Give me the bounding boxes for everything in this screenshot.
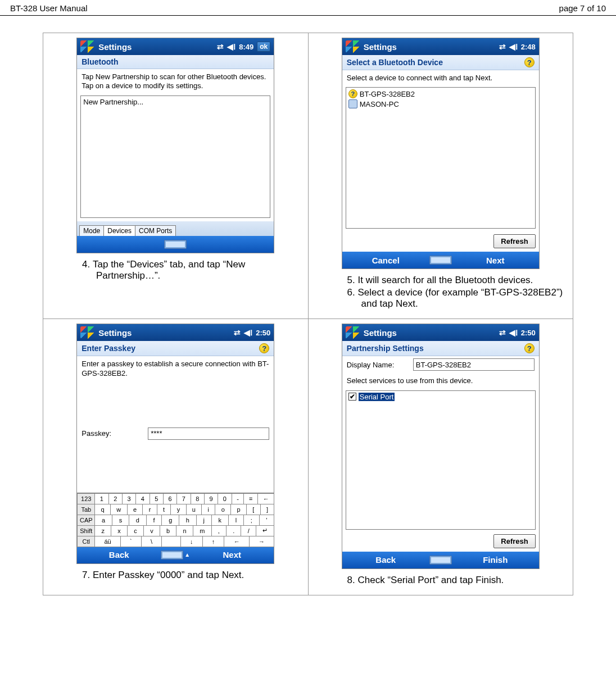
on-screen-keyboard[interactable]: 1231234567890-=← Tabqwertyuiop[] CAPasdf… xyxy=(77,493,274,547)
volume-icon[interactable]: ◀⁞ xyxy=(227,42,235,51)
osk-key[interactable]: p xyxy=(230,504,247,515)
refresh-button[interactable]: Refresh xyxy=(493,234,535,248)
osk-key[interactable]: i xyxy=(201,504,215,515)
volume-icon[interactable]: ◀⁞ xyxy=(244,328,252,337)
osk-key[interactable]: [ xyxy=(246,504,261,515)
partnerships-listbox[interactable]: New Partnership... xyxy=(80,95,270,218)
tab-mode[interactable]: Mode xyxy=(79,225,104,236)
next-softkey[interactable]: Next xyxy=(452,256,539,265)
help-icon[interactable]: ? xyxy=(524,57,535,67)
osk-key[interactable]: / xyxy=(241,525,256,536)
osk-key[interactable]: w xyxy=(110,504,128,515)
tab-com-ports[interactable]: COM Ports xyxy=(135,225,176,236)
start-icon[interactable] xyxy=(80,40,95,53)
volume-icon[interactable]: ◀⁞ xyxy=(509,42,518,51)
start-icon[interactable] xyxy=(346,40,360,53)
osk-key[interactable]: r xyxy=(142,504,157,515)
back-softkey[interactable]: Back xyxy=(342,555,429,565)
next-softkey[interactable]: Next xyxy=(190,550,274,559)
ok-button[interactable]: ok xyxy=(257,42,270,52)
osk-key[interactable]: ↓ xyxy=(180,536,203,547)
help-icon[interactable]: ? xyxy=(259,343,269,353)
keyboard-icon[interactable] xyxy=(164,240,187,249)
help-icon[interactable]: ? xyxy=(524,343,535,353)
osk-key[interactable]: 3 xyxy=(122,493,136,504)
osk-key[interactable]: \ xyxy=(141,536,162,547)
osk-key[interactable]: k xyxy=(211,515,229,526)
start-icon[interactable] xyxy=(346,326,360,339)
device-item-pc[interactable]: MASON-PC xyxy=(348,99,533,109)
serial-port-checkbox[interactable]: ✔ xyxy=(348,393,356,401)
osk-key[interactable]: ↵ xyxy=(256,525,274,536)
osk-key[interactable]: l xyxy=(228,515,244,526)
osk-key[interactable]: CAP xyxy=(77,515,95,526)
osk-key[interactable]: x xyxy=(111,525,128,536)
osk-key[interactable]: d xyxy=(129,515,147,526)
osk-key[interactable]: c xyxy=(127,525,144,536)
display-name-input[interactable] xyxy=(413,358,535,371)
osk-key[interactable]: 8 xyxy=(191,493,205,504)
osk-key[interactable]: b xyxy=(160,525,177,536)
osk-key[interactable]: j xyxy=(196,515,212,526)
service-serial-port[interactable]: ✔ Serial Port xyxy=(348,393,533,401)
osk-key[interactable] xyxy=(161,536,180,547)
osk-key[interactable]: 5 xyxy=(150,493,164,504)
osk-key[interactable]: 4 xyxy=(135,493,150,504)
start-icon[interactable] xyxy=(80,326,95,339)
osk-key[interactable]: ← xyxy=(257,493,274,504)
device-item-gps[interactable]: ? BT-GPS-328EB2 xyxy=(348,89,533,99)
osk-key[interactable]: e xyxy=(127,504,143,515)
keyboard-icon[interactable] xyxy=(429,256,452,265)
osk-key[interactable]: t xyxy=(157,504,171,515)
osk-key[interactable]: - xyxy=(232,493,244,504)
connectivity-icon[interactable]: ⇄ xyxy=(234,328,241,337)
osk-key[interactable]: 9 xyxy=(204,493,218,504)
osk-key[interactable]: ' xyxy=(259,515,275,526)
connectivity-icon[interactable]: ⇄ xyxy=(217,42,224,51)
osk-key[interactable]: q xyxy=(94,504,111,515)
osk-key[interactable]: áü xyxy=(94,536,121,547)
osk-key[interactable]: . xyxy=(226,525,241,536)
cancel-softkey[interactable]: Cancel xyxy=(342,256,429,265)
finish-softkey[interactable]: Finish xyxy=(452,555,539,565)
osk-key[interactable]: → xyxy=(249,536,274,547)
refresh-button[interactable]: Refresh xyxy=(493,534,535,548)
osk-key[interactable]: f xyxy=(146,515,162,526)
keyboard-toggle-icon[interactable]: ▲ xyxy=(161,551,190,559)
connectivity-icon[interactable]: ⇄ xyxy=(499,328,506,337)
osk-key[interactable]: y xyxy=(170,504,186,515)
osk-key[interactable]: g xyxy=(161,515,179,526)
osk-key[interactable]: 7 xyxy=(176,493,191,504)
osk-key[interactable]: a xyxy=(94,515,112,526)
osk-key[interactable]: ← xyxy=(224,536,249,547)
passkey-input[interactable] xyxy=(148,427,269,440)
new-partnership-item[interactable]: New Partnership... xyxy=(83,97,268,107)
osk-key[interactable]: 2 xyxy=(108,493,123,504)
osk-key[interactable]: h xyxy=(179,515,197,526)
osk-key[interactable]: s xyxy=(112,515,129,526)
volume-icon[interactable]: ◀⁞ xyxy=(509,328,518,337)
osk-key[interactable]: ] xyxy=(260,504,275,515)
osk-key[interactable]: 1 xyxy=(94,493,108,504)
osk-key[interactable]: m xyxy=(193,525,212,536)
services-listbox[interactable]: ✔ Serial Port xyxy=(346,390,536,530)
osk-key[interactable]: , xyxy=(211,525,227,536)
osk-key[interactable]: o xyxy=(215,504,231,515)
osk-key[interactable]: Ctl xyxy=(77,536,95,547)
osk-key[interactable]: Shift xyxy=(77,525,95,536)
osk-key[interactable]: 0 xyxy=(218,493,232,504)
tab-devices[interactable]: Devices xyxy=(103,225,135,236)
osk-key[interactable]: = xyxy=(243,493,258,504)
osk-key[interactable]: 123 xyxy=(77,493,95,504)
osk-key[interactable]: z xyxy=(94,525,111,536)
osk-key[interactable]: Tab xyxy=(77,504,95,515)
osk-key[interactable]: ` xyxy=(120,536,142,547)
osk-key[interactable]: 6 xyxy=(163,493,177,504)
connectivity-icon[interactable]: ⇄ xyxy=(499,42,506,51)
osk-key[interactable]: n xyxy=(176,525,193,536)
back-softkey[interactable]: Back xyxy=(77,550,161,559)
osk-key[interactable]: u xyxy=(186,504,202,515)
device-listbox[interactable]: ? BT-GPS-328EB2 MASON-PC xyxy=(346,87,536,229)
osk-key[interactable]: ; xyxy=(243,515,260,526)
osk-key[interactable]: v xyxy=(143,525,160,536)
